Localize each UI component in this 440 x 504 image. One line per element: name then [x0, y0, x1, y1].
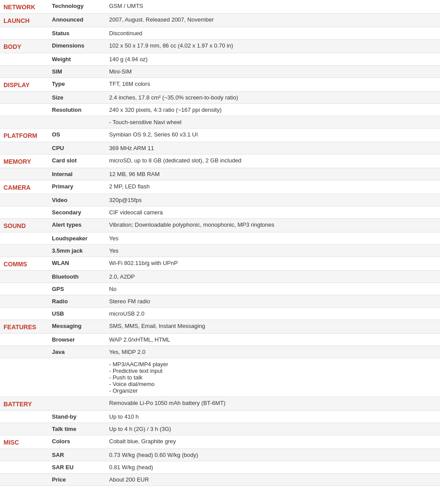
table-row: PriceAbout 200 EUR — [0, 474, 440, 486]
category-cell — [0, 461, 48, 474]
category-cell — [0, 308, 48, 320]
subcategory-cell: USB — [48, 308, 106, 320]
table-row: FEATURESMessagingSMS, MMS, Email, Instan… — [0, 320, 440, 334]
value-cell: Vibration; Downloadable polyphonic, mono… — [106, 219, 440, 232]
category-cell: CAMERA — [0, 180, 48, 194]
subcategory-cell: Messaging — [48, 320, 106, 334]
value-cell: 2.0, A2DP — [106, 271, 440, 283]
value-cell: TFT, 16M colors — [106, 78, 440, 92]
table-row: GPSNo — [0, 283, 440, 295]
subcategory-cell: SIM — [48, 66, 106, 78]
value-cell: - Touch-sensitive Navi wheel — [106, 116, 440, 129]
table-row: MEMORYCard slotmicroSD, up to 8 GB (dedi… — [0, 155, 440, 168]
category-cell — [0, 116, 48, 129]
subcategory-cell: Colors — [48, 435, 106, 449]
subcategory-cell: Loudspeaker — [48, 232, 106, 245]
value-cell: WAP 2.0/xHTML, HTML — [106, 334, 440, 346]
spec-table: NETWORKTechnologyGSM / UMTSLAUNCHAnnounc… — [0, 0, 440, 486]
table-row: SecondaryCIF videocall camera — [0, 206, 440, 219]
category-cell — [0, 474, 48, 486]
value-cell: Stereo FM radio — [106, 295, 440, 308]
table-row: Video320p@15fps — [0, 194, 440, 206]
subcategory-cell: GPS — [48, 283, 106, 295]
subcategory-cell: OS — [48, 129, 106, 142]
table-row: Internal12 MB, 96 MB RAM — [0, 168, 440, 180]
subcategory-cell: Talk time — [48, 423, 106, 435]
table-row: SAR EU0.81 W/kg (head) — [0, 461, 440, 474]
value-cell: Symbian OS 9.2, Series 60 v3.1 UI — [106, 129, 440, 142]
category-cell: FEATURES — [0, 320, 48, 334]
subcategory-cell: SAR EU — [48, 461, 106, 474]
subcategory-cell: Secondary — [48, 206, 106, 219]
category-cell — [0, 168, 48, 180]
subcategory-cell: Type — [48, 78, 106, 92]
table-row: NETWORKTechnologyGSM / UMTS — [0, 0, 440, 14]
category-cell: DISPLAY — [0, 78, 48, 92]
value-cell: 369 MHz ARM 11 — [106, 142, 440, 155]
table-row: Size2.4 inches, 17.8 cm² (~35.0% screen-… — [0, 92, 440, 104]
category-cell — [0, 232, 48, 245]
table-row: Weight140 g (4.94 oz) — [0, 53, 440, 66]
value-cell: microSD, up to 8 GB (dedicated slot), 2 … — [106, 155, 440, 168]
subcategory-cell: CPU — [48, 142, 106, 155]
subcategory-cell — [48, 397, 106, 411]
subcategory-cell: Video — [48, 194, 106, 206]
table-row: LoudspeakerYes — [0, 232, 440, 245]
value-cell: About 200 EUR — [106, 474, 440, 486]
value-cell: 2007, August. Released 2007, November — [106, 14, 440, 27]
value-cell: 2 MP, LED flash — [106, 180, 440, 194]
category-cell: MISC — [0, 435, 48, 449]
category-cell — [0, 358, 48, 397]
category-cell — [0, 53, 48, 66]
value-cell: microUSB 2.0 — [106, 308, 440, 320]
value-cell: Up to 410 h — [106, 411, 440, 423]
category-cell — [0, 206, 48, 219]
table-row: BODYDimensions102 x 50 x 17.9 mm, 86 cc … — [0, 40, 440, 53]
table-row: Resolution240 x 320 pixels, 4:3 ratio (~… — [0, 104, 440, 116]
value-cell: Wi-Fi 802.11b/g with UPnP — [106, 257, 440, 271]
category-cell — [0, 66, 48, 78]
subcategory-cell: Internal — [48, 168, 106, 180]
category-cell — [0, 271, 48, 283]
subcategory-cell: Price — [48, 474, 106, 486]
category-cell — [0, 194, 48, 206]
subcategory-cell: Primary — [48, 180, 106, 194]
value-cell: 2.4 inches, 17.8 cm² (~35.0% screen-to-b… — [106, 92, 440, 104]
subcategory-cell: Card slot — [48, 155, 106, 168]
table-row: BrowserWAP 2.0/xHTML, HTML — [0, 334, 440, 346]
category-cell — [0, 142, 48, 155]
subcategory-cell: Technology — [48, 0, 106, 14]
category-cell: NETWORK — [0, 0, 48, 14]
subcategory-cell: 3.5mm jack — [48, 245, 106, 257]
category-cell: PLATFORM — [0, 129, 48, 142]
value-cell: 102 x 50 x 17.9 mm, 86 cc (4.02 x 1.97 x… — [106, 40, 440, 53]
value-cell: No — [106, 283, 440, 295]
value-cell: Discontinued — [106, 27, 440, 40]
table-row: LAUNCHAnnounced2007, August. Released 20… — [0, 14, 440, 27]
value-cell: Up to 4 h (2G) / 3 h (3G) — [106, 423, 440, 435]
value-cell: CIF videocall camera — [106, 206, 440, 219]
table-row: SIMMini-SIM — [0, 66, 440, 78]
value-cell: Cobalt blue, Graphite grey — [106, 435, 440, 449]
value-cell: GSM / UMTS — [106, 0, 440, 14]
category-cell: BATTERY — [0, 397, 48, 411]
table-row: CPU369 MHz ARM 11 — [0, 142, 440, 155]
value-cell: 320p@15fps — [106, 194, 440, 206]
subcategory-cell: Announced — [48, 14, 106, 27]
value-cell: SMS, MMS, Email, Instant Messaging — [106, 320, 440, 334]
category-cell: COMMS — [0, 257, 48, 271]
value-cell: 0.81 W/kg (head) — [106, 461, 440, 474]
value-cell: Mini-SIM — [106, 66, 440, 78]
subcategory-cell: Radio — [48, 295, 106, 308]
subcategory-cell: WLAN — [48, 257, 106, 271]
category-cell — [0, 27, 48, 40]
category-cell — [0, 346, 48, 358]
category-cell — [0, 423, 48, 435]
table-row: RadioStereo FM radio — [0, 295, 440, 308]
value-cell: Yes — [106, 245, 440, 257]
subcategory-cell: Status — [48, 27, 106, 40]
category-cell — [0, 245, 48, 257]
table-row: Talk timeUp to 4 h (2G) / 3 h (3G) — [0, 423, 440, 435]
table-row: JavaYes, MIDP 2.0 — [0, 346, 440, 358]
category-cell — [0, 283, 48, 295]
